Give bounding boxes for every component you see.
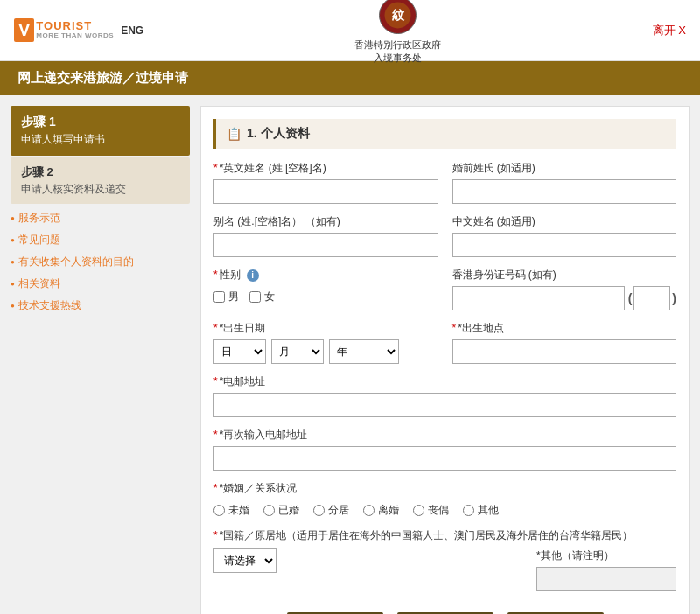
- hkid-close-bracket: ): [672, 291, 676, 305]
- main-layout: 步骤 1 申请人填写申请书 步骤 2 申请人核实资料及递交 服务示范 常见问题 …: [0, 95, 700, 614]
- hkid-main-input[interactable]: [452, 286, 625, 310]
- eng-name-group: *英文姓名 (姓.[空格]名): [214, 161, 438, 204]
- nationality-input-row: 请选择 *其他（请注明）: [214, 548, 676, 591]
- gender-female-checkbox[interactable]: [249, 291, 261, 303]
- maiden-name-label: 婚前姓氏 (如适用): [452, 161, 677, 176]
- step2-desc: 申请人核实资料及递交: [21, 182, 179, 197]
- marital-radio-married[interactable]: [263, 505, 275, 516]
- section-title: 📋 1. 个人资料: [214, 119, 676, 149]
- email-group: *电邮地址: [214, 374, 676, 417]
- marital-radio-separated[interactable]: [313, 505, 325, 516]
- nationality-other-input[interactable]: [536, 567, 676, 591]
- gender-info-icon[interactable]: i: [247, 269, 259, 282]
- chinese-name-input[interactable]: [452, 233, 677, 257]
- sidebar-links: 服务示范 常见问题 有关收集个人资料的目的 相关资料 技术支援热线: [10, 211, 190, 313]
- tourist-logo: V TOURIST MORE THAN WORDS: [14, 18, 114, 42]
- marital-radio-divorced[interactable]: [363, 505, 374, 516]
- gender-male-label[interactable]: 男: [214, 290, 239, 304]
- hkid-suffix-input[interactable]: [634, 286, 670, 310]
- hkid-group: 香港身份证号码 (如有) ( ): [452, 268, 677, 310]
- nationality-other-label: *其他（请注明）: [536, 548, 676, 563]
- top-header: V TOURIST MORE THAN WORDS ENG 紋 香港特别行政区政…: [0, 0, 700, 61]
- marital-options: 未婚 已婚 分居 离婚 丧偶 其他: [214, 503, 676, 518]
- logo-slogan: MORE THAN WORDS: [36, 32, 114, 40]
- nationality-right: *其他（请注明）: [536, 548, 676, 591]
- maiden-name-input[interactable]: [452, 179, 677, 204]
- sidebar-link-faq[interactable]: 常见问题: [10, 233, 190, 248]
- gender-male-checkbox[interactable]: [214, 291, 225, 303]
- row-marital: *婚姻／关系状况 未婚 已婚 分居 离婚 丧偶 其他: [214, 481, 676, 518]
- dob-label: *出生日期: [214, 321, 438, 336]
- hkid-input-row: ( ): [452, 286, 677, 310]
- hkid-suffix: ( ): [628, 286, 676, 310]
- marital-married[interactable]: 已婚: [263, 503, 299, 518]
- row-dob-pob: *出生日期 日123456789101112131415161718192021…: [214, 321, 676, 364]
- row-alias-chinesename: 别名 (姓.[空格]名） （如有) 中文姓名 (如适用): [214, 214, 676, 257]
- step1-number: 步骤 1: [21, 115, 179, 130]
- eng-name-input[interactable]: [214, 179, 438, 204]
- sidebar-link-support[interactable]: 技术支援热线: [10, 298, 190, 313]
- sidebar: 步骤 1 申请人填写申请书 步骤 2 申请人核实资料及递交 服务示范 常见问题 …: [10, 106, 190, 614]
- row-email-confirm: *再次输入电邮地址: [214, 428, 676, 471]
- step1-box: 步骤 1 申请人填写申请书: [10, 106, 190, 156]
- marital-widowed[interactable]: 丧偶: [413, 503, 449, 518]
- marital-separated[interactable]: 分居: [313, 503, 349, 518]
- row-email: *电邮地址: [214, 374, 676, 417]
- dob-month-select[interactable]: 月123456789101112: [271, 339, 324, 364]
- marital-radio-other[interactable]: [463, 505, 474, 516]
- marital-radio-widowed[interactable]: [413, 505, 424, 516]
- svg-text:紋: 紋: [391, 8, 405, 22]
- marital-divorced[interactable]: 离婚: [363, 503, 399, 518]
- gender-options: 男 女: [214, 290, 438, 304]
- tourist-text: TOURIST: [36, 20, 114, 32]
- row-engname-maiden: *英文姓名 (姓.[空格]名) 婚前姓氏 (如适用): [214, 161, 676, 204]
- alias-group: 别名 (姓.[空格]名） （如有): [214, 214, 438, 257]
- email-label: *电邮地址: [214, 374, 676, 389]
- email-confirm-input[interactable]: [214, 446, 676, 471]
- sidebar-link-privacy[interactable]: 有关收集个人资料的目的: [10, 255, 190, 269]
- page-title: 网上递交来港旅游／过境申请: [18, 70, 188, 85]
- email-input[interactable]: [214, 393, 676, 417]
- dob-year-select[interactable]: 年202420232022202120202019201820172016201…: [329, 339, 399, 364]
- hkid-open-bracket: (: [628, 291, 633, 305]
- hk-title: 香港特别行政区政府 入境事务处: [354, 38, 441, 66]
- nationality-label-text: *国籍／原居地（适用于居住在海外的中国籍人士、澳门居民及海外居住的台湾华籍居民）: [214, 529, 633, 541]
- hkid-label: 香港身份证号码 (如有): [452, 268, 677, 283]
- marital-label: *婚姻／关系状况: [214, 481, 676, 496]
- center-logo: 紋 香港特别行政区政府 入境事务处: [354, 0, 441, 65]
- logo-area: V TOURIST MORE THAN WORDS ENG: [14, 18, 144, 42]
- step1-desc: 申请人填写申请书: [21, 132, 179, 147]
- step2-box: 步骤 2 申请人核实资料及递交: [10, 157, 190, 204]
- marital-other[interactable]: 其他: [463, 503, 499, 518]
- sidebar-link-related[interactable]: 相关资料: [10, 276, 190, 291]
- eng-name-label: *英文姓名 (姓.[空格]名): [214, 161, 438, 176]
- sidebar-link-demo[interactable]: 服务示范: [10, 211, 190, 226]
- dob-group: *出生日期 日123456789101112131415161718192021…: [214, 321, 438, 364]
- marital-group: *婚姻／关系状况 未婚 已婚 分居 离婚 丧偶 其他: [214, 481, 676, 518]
- nationality-select[interactable]: 请选择: [214, 548, 276, 573]
- marital-radio-unmarried[interactable]: [214, 505, 225, 516]
- marital-unmarried[interactable]: 未婚: [214, 503, 249, 518]
- pob-label: *出生地点: [452, 321, 677, 336]
- hk-emblem-icon: 紋: [378, 0, 417, 35]
- chinese-name-label: 中文姓名 (如适用): [452, 214, 677, 229]
- alias-input[interactable]: [214, 233, 438, 257]
- email-confirm-label: *再次输入电邮地址: [214, 428, 676, 443]
- alias-label: 别名 (姓.[空格]名） （如有): [214, 214, 438, 229]
- nationality-left: 请选择: [214, 548, 528, 573]
- v-logo: V: [14, 18, 34, 42]
- gender-female-label[interactable]: 女: [249, 290, 275, 304]
- pob-input[interactable]: [452, 339, 677, 364]
- eng-label: ENG: [121, 24, 144, 37]
- pob-group: *出生地点: [452, 321, 677, 364]
- gender-group: 性别 i 男 女: [214, 268, 438, 310]
- nationality-label-main: *国籍／原居地（适用于居住在海外的中国籍人士、澳门居民及海外居住的台湾华籍居民）: [214, 528, 676, 543]
- date-selects: 日123456789101112131415161718192021222324…: [214, 339, 438, 364]
- logout-button[interactable]: 离开 X: [653, 23, 686, 38]
- chinese-name-group: 中文姓名 (如适用): [452, 214, 677, 257]
- email-confirm-group: *再次输入电邮地址: [214, 428, 676, 471]
- row-gender-hkid: 性别 i 男 女 香港身份证号码 (如有): [214, 268, 676, 310]
- step2-number: 步骤 2: [21, 164, 179, 180]
- dob-day-select[interactable]: 日123456789101112131415161718192021222324…: [214, 339, 266, 364]
- form-area: 📋 1. 个人资料 *英文姓名 (姓.[空格]名) 婚前姓氏 (如适用) 别名 …: [200, 106, 690, 614]
